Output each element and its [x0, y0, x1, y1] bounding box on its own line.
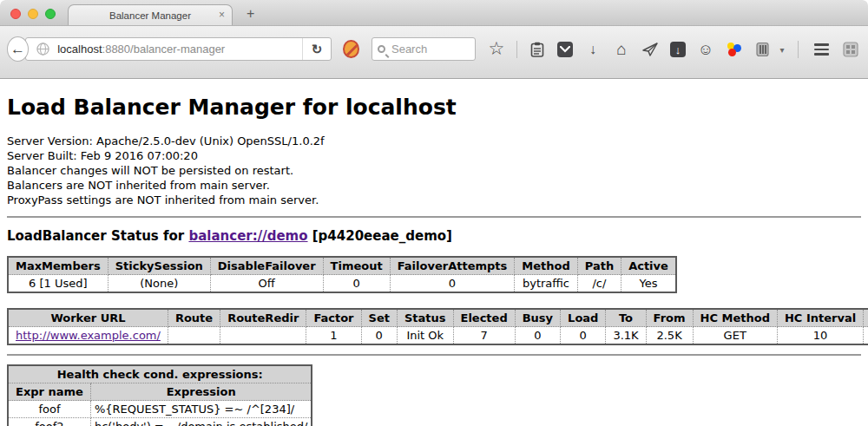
toolbar-separator: [798, 41, 799, 58]
minimize-window-button[interactable]: [28, 9, 38, 19]
tab-title: Balancer Manager: [109, 10, 191, 21]
col-route: Route: [168, 309, 220, 327]
table-header-row: MaxMembers StickySession DisableFailover…: [8, 257, 676, 275]
navigation-toolbar: ← localhost:8880/balancer-manager ↻ ☆: [0, 26, 868, 79]
method-value: bytraffic: [515, 275, 577, 293]
menu-bar: [814, 53, 829, 56]
search-icon: [378, 45, 385, 53]
balancer-demo-link[interactable]: balancer://demo: [188, 228, 307, 244]
overflow-caret-icon[interactable]: ▾: [778, 41, 786, 58]
send-plane-icon[interactable]: [641, 41, 659, 58]
clipboard-glyph: [530, 42, 544, 57]
col-passes: Passes: [864, 309, 868, 327]
tab-bar: Balancer Manager × +: [0, 0, 868, 26]
path-value: /c/: [577, 275, 621, 293]
health-table-title: Health check cond. expressions:: [8, 365, 312, 383]
pages-grid-glyph: [843, 42, 858, 57]
from-value: 2.5K: [646, 327, 693, 345]
menu-bar: [814, 43, 829, 46]
worker-url-cell: http://www.example.com/: [8, 327, 168, 345]
table-row: foof2 hc('body') =~ /domain is establish…: [8, 418, 312, 426]
expression-value: %{REQUEST_STATUS} =~ /^[234]/: [90, 401, 312, 418]
maxmembers-value: 6 [1 Used]: [8, 275, 108, 293]
health-check-table: Health check cond. expressions: Expr nam…: [7, 364, 312, 426]
url-host: localhost: [57, 43, 102, 56]
passes-value: 1 (0): [864, 327, 868, 345]
page-content: Load Balancer Manager for localhost Serv…: [0, 79, 868, 426]
new-tab-button[interactable]: +: [247, 6, 254, 22]
col-active: Active: [621, 257, 676, 275]
col-hc-method: HC Method: [693, 309, 777, 327]
load-value: 0: [561, 327, 606, 345]
url-bar[interactable]: localhost:8880/balancer-manager ↻: [25, 37, 332, 61]
col-expression: Expression: [90, 383, 312, 401]
col-routeredir: RouteRedir: [220, 309, 306, 327]
col-load: Load: [561, 309, 606, 327]
bookmark-star-icon[interactable]: ☆: [488, 40, 505, 57]
hc-interval-value: 10: [777, 327, 863, 345]
worker-url-link[interactable]: http://www.example.com/: [16, 329, 161, 342]
expr-name-value: foof: [8, 401, 90, 418]
plugin-blocked-icon[interactable]: [343, 40, 359, 58]
table-row: foof %{REQUEST_STATUS} =~ /^[234]/: [8, 401, 312, 418]
balancer-settings-table: MaxMembers StickySession DisableFailover…: [7, 256, 677, 293]
pocket-icon[interactable]: [557, 42, 573, 57]
toolbar-separator: [516, 41, 517, 58]
status-value: Init Ok: [397, 327, 453, 345]
table-title-row: Health check cond. expressions:: [8, 365, 312, 383]
persist-warning-line: Balancer changes will NOT be persisted o…: [7, 163, 861, 178]
routeredir-value: [220, 327, 306, 345]
expression-value: hc('body') =~ /domain is established/: [90, 418, 312, 426]
set-value: 0: [361, 327, 397, 345]
smiley-icon[interactable]: ☺: [697, 41, 714, 58]
col-stickysession: StickySession: [108, 257, 210, 275]
menu-icon[interactable]: [813, 41, 831, 58]
col-disablefailover: DisableFailover: [210, 257, 323, 275]
col-set: Set: [361, 309, 397, 327]
ball-red: [728, 49, 736, 56]
timeout-value: 0: [323, 275, 390, 293]
col-failoverattempts: FailoverAttempts: [390, 257, 515, 275]
balancers-inherit-line: Balancers are NOT inherited from main se…: [7, 178, 861, 193]
menu-bar: [814, 49, 829, 51]
tab-close-icon[interactable]: ×: [219, 9, 225, 21]
col-expr-name: Expr name: [8, 383, 90, 401]
pages-grid-icon[interactable]: [842, 41, 859, 58]
reload-button[interactable]: ↻: [302, 38, 332, 60]
toolbar-icons: ☆ ↓ ⌂: [488, 39, 859, 60]
send-plane-glyph: [642, 43, 658, 56]
tab-balancer-manager[interactable]: Balancer Manager ×: [68, 4, 233, 25]
hc-method-value: GET: [693, 327, 777, 345]
table-row: http://www.example.com/ 1 0 Init Ok 7 0 …: [8, 327, 868, 345]
download-helper-icon[interactable]: [726, 41, 743, 58]
search-box[interactable]: [372, 37, 476, 61]
zoom-window-button[interactable]: [45, 9, 56, 19]
notes-glyph: [756, 42, 769, 57]
col-path: Path: [577, 257, 621, 275]
reload-icon: ↻: [312, 42, 323, 57]
elected-value: 7: [453, 327, 515, 345]
col-hc-interval: HC Interval: [777, 309, 863, 327]
back-arrow-icon: ←: [10, 41, 25, 58]
disablefailover-value: Off: [210, 275, 323, 293]
failoverattempts-value: 0: [390, 275, 515, 293]
divider: [7, 354, 861, 356]
col-worker-url: Worker URL: [8, 309, 168, 327]
divider: [7, 216, 861, 218]
downloads-icon[interactable]: ↓: [584, 41, 602, 58]
clipboard-icon[interactable]: [529, 41, 546, 58]
notes-extension-icon[interactable]: [754, 41, 772, 58]
expr-name-value: foof2: [8, 418, 90, 426]
col-elected: Elected: [453, 309, 515, 327]
table-header-row: Worker URL Route RouteRedir Factor Set S…: [8, 309, 868, 327]
search-input[interactable]: [391, 43, 470, 56]
save-video-icon[interactable]: ↓: [670, 42, 686, 57]
col-maxmembers: MaxMembers: [8, 257, 108, 275]
worker-table: Worker URL Route RouteRedir Factor Set S…: [7, 308, 868, 345]
window-controls: [10, 9, 56, 19]
globe-icon: [36, 43, 49, 56]
close-window-button[interactable]: [10, 9, 21, 19]
back-button[interactable]: ←: [7, 36, 29, 62]
busy-value: 0: [515, 327, 560, 345]
home-icon[interactable]: ⌂: [613, 41, 630, 58]
